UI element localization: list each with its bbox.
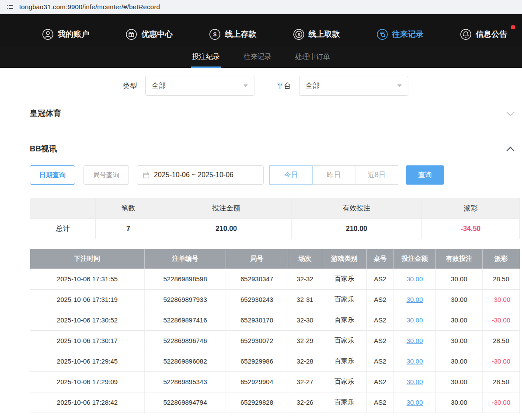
type-select[interactable]: 全部 <box>145 76 254 96</box>
bet-amount-link[interactable]: 30.00 <box>407 399 423 406</box>
nav-item-promotions[interactable]: 优惠中心 <box>125 28 173 40</box>
cell-session: 32-32 <box>288 269 322 289</box>
top-navigation: 我的账户 优惠中心 $ 线上存款 $ <box>0 14 522 46</box>
cell-bet-time: 2025-10-06 17:28:42 <box>30 392 145 413</box>
cell-bet-id: 522869898598 <box>145 269 226 289</box>
address-bar-url[interactable]: tongbao31.com:9900/infe/mcenter/#/betRec… <box>19 3 160 10</box>
site-info-icon[interactable] <box>6 3 14 11</box>
bet-table-header-row: 下注时间 注单编号 局号 场次 游戏类别 桌号 投注金额 有效投注 派彩 <box>30 249 520 269</box>
last-8-days-button[interactable]: 近8日 <box>355 165 398 185</box>
cell-table-number: AS2 <box>367 289 394 310</box>
nav-item-deposit[interactable]: $ 线上存款 <box>209 28 256 40</box>
cell-payout: -30.00 <box>483 310 520 330</box>
cell-game-type: 百家乐 <box>322 330 367 351</box>
nav-item-records[interactable]: 往来记录 <box>376 28 424 40</box>
chevron-down-icon <box>397 84 402 87</box>
cell-session: 32-26 <box>288 392 322 413</box>
bet-amount-link[interactable]: 30.00 <box>407 275 423 283</box>
cell-session: 32-27 <box>288 371 322 392</box>
type-select-value: 全部 <box>152 81 166 91</box>
col-header-bet-amount: 投注金额 <box>394 249 436 269</box>
cell-round-number: 652929986 <box>226 351 288 371</box>
cell-valid-bet: 30.00 <box>436 392 483 413</box>
bet-amount-link[interactable]: 30.00 <box>407 378 423 385</box>
cell-round-number: 652930243 <box>226 289 288 310</box>
cell-bet-time: 2025-10-06 17:30:17 <box>30 330 145 351</box>
tab-pending-orders[interactable]: 处理中订单 <box>293 46 332 68</box>
record-tabs: 投注纪录 往来记录 处理中订单 <box>0 46 522 68</box>
date-range-input[interactable]: 2025-10-06 ~ 2025-10-06 <box>137 165 264 185</box>
cell-round-number: 652929828 <box>226 392 288 413</box>
chevron-down-icon <box>244 84 248 87</box>
notification-badge <box>511 25 515 29</box>
summary-header-row: 笔数 投注金额 有效投注 派彩 <box>30 198 520 219</box>
filter-row: 类型 全部 平台 全部 <box>30 76 519 96</box>
cell-bet-time: 2025-10-06 17:29:09 <box>30 371 145 392</box>
svg-text:$: $ <box>297 32 300 37</box>
summary-header-valid-bet: 有效投注 <box>292 198 422 219</box>
cell-session: 32-30 <box>288 310 322 330</box>
table-row: 2025-10-06 17:29:45 522869896082 6529299… <box>30 351 520 371</box>
date-range-value: 2025-10-06 ~ 2025-10-06 <box>154 171 233 179</box>
nav-item-label: 线上取款 <box>309 29 340 39</box>
cell-bet-amount: 30.00 <box>394 310 436 330</box>
cell-valid-bet: 30.00 <box>436 330 483 351</box>
cell-round-number: 652929904 <box>226 371 288 392</box>
cell-bet-id: 522869897416 <box>145 310 226 330</box>
cell-round-number: 652930072 <box>226 330 288 351</box>
cell-bet-id: 522869897933 <box>145 289 226 310</box>
nav-item-withdraw[interactable]: $ 线上取款 <box>293 28 340 40</box>
cell-session: 32-31 <box>288 289 322 310</box>
collapse-chevron-up-icon[interactable] <box>506 147 514 154</box>
date-query-button[interactable]: 日期查询 <box>30 165 75 185</box>
deposit-coin-icon: $ <box>209 28 221 40</box>
bet-records-table: 下注时间 注单编号 局号 场次 游戏类别 桌号 投注金额 有效投注 派彩 202… <box>30 249 520 413</box>
col-header-bet-id: 注单编号 <box>145 249 226 269</box>
query-controls: 日期查询 局号查询 2025-10-06 ~ 2025-10-06 今日 昨日 … <box>30 165 519 185</box>
cell-table-number: AS2 <box>367 371 394 392</box>
cell-bet-amount: 30.00 <box>394 289 436 310</box>
bet-amount-link[interactable]: 30.00 <box>407 316 423 324</box>
gift-icon <box>125 28 137 40</box>
cell-session: 32-28 <box>288 351 322 371</box>
cell-payout: 28.50 <box>483 330 520 351</box>
today-button[interactable]: 今日 <box>269 165 313 185</box>
cell-table-number: AS2 <box>367 392 394 413</box>
bet-amount-link[interactable]: 30.00 <box>407 357 423 365</box>
tab-bet-records[interactable]: 投注纪录 <box>190 46 222 68</box>
nav-item-announcements[interactable]: 信息公告 <box>460 28 507 40</box>
platform-select-value: 全部 <box>306 81 320 91</box>
col-header-time: 下注时间 <box>30 249 145 269</box>
platform-select[interactable]: 全部 <box>299 76 408 96</box>
col-header-payout: 派彩 <box>483 249 520 269</box>
summary-header-empty <box>30 198 96 219</box>
summary-header-count: 笔数 <box>96 198 161 219</box>
cell-table-number: AS2 <box>367 330 394 351</box>
yesterday-button[interactable]: 昨日 <box>312 165 355 185</box>
main-content: 类型 全部 平台 全部 皇冠体育 BB视讯 日期查询 局号查询 <box>30 76 519 413</box>
round-query-button[interactable]: 局号查询 <box>84 165 129 185</box>
cell-session: 32-29 <box>288 330 322 351</box>
type-filter-label: 类型 <box>122 81 137 91</box>
bet-amount-link[interactable]: 30.00 <box>407 337 423 344</box>
cell-game-type: 百家乐 <box>322 371 367 392</box>
cell-bet-amount: 30.00 <box>394 351 436 371</box>
col-header-session: 场次 <box>288 249 322 269</box>
bet-table-body: 2025-10-06 17:31:55 522869898598 6529303… <box>30 269 520 413</box>
cell-valid-bet: 30.00 <box>436 371 483 392</box>
cell-game-type: 百家乐 <box>322 269 367 289</box>
cell-payout: -30.00 <box>483 392 520 413</box>
nav-item-my-account[interactable]: 我的账户 <box>42 28 89 40</box>
expand-chevron-down-icon[interactable] <box>506 108 514 116</box>
cell-bet-amount: 30.00 <box>394 269 436 289</box>
nav-item-label: 我的账户 <box>58 29 89 39</box>
bet-amount-link[interactable]: 30.00 <box>407 296 423 303</box>
cell-table-number: AS2 <box>367 269 394 289</box>
cell-payout: 28.50 <box>483 371 520 392</box>
summary-count: 7 <box>96 219 161 239</box>
tab-transaction-records[interactable]: 往来记录 <box>242 46 273 68</box>
cell-table-number: AS2 <box>367 351 394 371</box>
cell-bet-id: 522869894794 <box>145 392 226 413</box>
search-button[interactable]: 查询 <box>406 165 444 185</box>
nav-item-label: 信息公告 <box>476 29 507 39</box>
